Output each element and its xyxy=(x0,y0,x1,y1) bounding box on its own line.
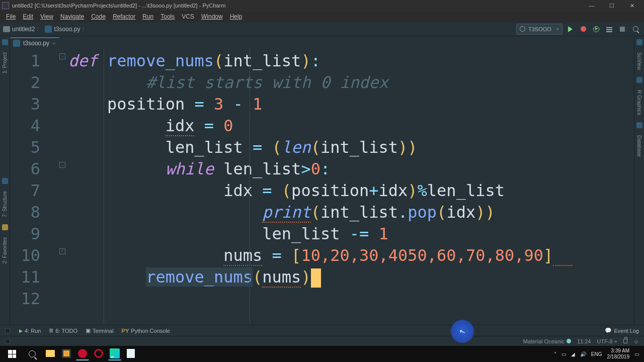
favorites-tool-icon[interactable] xyxy=(2,224,8,230)
input-language[interactable]: ENG xyxy=(591,351,602,357)
event-log-button[interactable]: 💬Event Log xyxy=(605,327,639,334)
breadcrumb-file[interactable]: t3sooo.py 〉 xyxy=(45,26,87,33)
run-coverage-button[interactable] xyxy=(591,24,602,35)
maximize-button[interactable]: ☐ xyxy=(602,0,622,11)
status-inspections-icon[interactable]: ☺ xyxy=(633,338,639,344)
lock-icon[interactable] xyxy=(623,339,627,343)
line-number[interactable]: 5 xyxy=(10,137,57,158)
chevron-right-icon: 〉 xyxy=(82,26,87,33)
stop-button[interactable] xyxy=(617,24,628,35)
taskbar-search[interactable] xyxy=(22,346,42,362)
code-line: print(int_list.pop(idx)) xyxy=(68,202,634,223)
profile-button[interactable] xyxy=(604,24,615,35)
close-tab-icon[interactable]: × xyxy=(52,40,55,46)
menu-view[interactable]: View xyxy=(37,12,56,21)
wifi-icon[interactable]: ◢ xyxy=(571,351,575,357)
menu-bar: File Edit View Navigate Code Refactor Ru… xyxy=(0,11,644,22)
line-number[interactable]: 1 xyxy=(10,50,57,72)
fold-end-icon[interactable]: ┘ xyxy=(59,248,65,254)
menu-run[interactable]: Run xyxy=(139,12,156,21)
menu-vcs[interactable]: VCS xyxy=(179,12,197,21)
notifications-icon[interactable]: ▭ xyxy=(634,351,639,357)
run-button[interactable] xyxy=(565,24,576,35)
editor[interactable]: 1 2 3 4 5 6 7 8 9 10 11 12 − − ┘ def rem… xyxy=(10,48,634,324)
fold-toggle-icon[interactable]: − xyxy=(59,53,65,59)
search-everywhere-button[interactable] xyxy=(630,24,641,35)
line-number[interactable]: 4 xyxy=(10,115,57,137)
menu-refactor[interactable]: Refactor xyxy=(110,12,138,21)
status-theme[interactable]: Material Oceanic xyxy=(523,338,571,344)
rgraphics-tool-button[interactable]: R Graphics xyxy=(636,90,642,115)
windows-taskbar: ˄ ▭ ◢ 🔊 ENG 3:39 AM 2/18/2019 ▭ xyxy=(0,346,644,362)
menu-file[interactable]: File xyxy=(3,12,19,21)
system-tray[interactable]: ˄ ▭ ◢ 🔊 ENG 3:39 AM 2/18/2019 ▭ xyxy=(554,348,642,360)
debug-button[interactable] xyxy=(578,24,589,35)
line-number[interactable]: 2 xyxy=(10,72,57,94)
play-icon xyxy=(568,26,573,32)
title-bar: untitled2 [C:\Users\t3so\PycharmProjects… xyxy=(0,0,644,11)
todo-toolwindow-button[interactable]: ≣6: TODO xyxy=(49,327,77,334)
opera-icon xyxy=(94,349,103,358)
line-number-gutter[interactable]: 1 2 3 4 5 6 7 8 9 10 11 12 xyxy=(10,48,57,324)
taskbar-notepad[interactable] xyxy=(124,347,137,360)
sciview-tool-icon[interactable] xyxy=(636,39,642,45)
status-bar: Material Oceanic 11:24 UTF-8 ÷ ☺ xyxy=(0,336,644,346)
menu-edit[interactable]: Edit xyxy=(20,12,36,21)
status-encoding[interactable]: UTF-8 ÷ xyxy=(597,338,617,344)
breadcrumb-project[interactable]: untitled2 〉 xyxy=(3,26,42,33)
line-number[interactable]: 8 xyxy=(10,202,57,223)
taskbar-sublime[interactable] xyxy=(60,347,73,360)
tray-clock[interactable]: 3:39 AM 2/18/2019 xyxy=(607,348,630,360)
tool-windows-icon[interactable] xyxy=(5,328,10,333)
chevron-right-icon: 〉 xyxy=(37,26,42,33)
code-line: #list starts with 0 index xyxy=(68,72,634,94)
database-tool-button[interactable]: Database xyxy=(636,135,642,157)
structure-tool-button[interactable]: 7: Structure xyxy=(2,191,8,217)
search-icon xyxy=(29,350,36,357)
status-caret-position[interactable]: 11:24 xyxy=(577,338,591,344)
fold-toggle-icon[interactable]: − xyxy=(59,162,65,168)
taskbar-opera[interactable] xyxy=(92,347,105,360)
taskbar-opera-record[interactable] xyxy=(76,347,89,360)
run-toolwindow-button[interactable]: ▶4: Run xyxy=(19,328,41,334)
sciview-tool-button[interactable]: SciView xyxy=(636,52,642,70)
minimize-button[interactable]: — xyxy=(582,0,602,11)
taskbar-pycharm[interactable] xyxy=(108,347,121,360)
sublime-icon xyxy=(62,349,71,358)
terminal-toolwindow-button[interactable]: ▣Terminal xyxy=(86,327,114,334)
line-number[interactable]: 7 xyxy=(10,180,57,202)
right-tool-stripe: SciView R Graphics Database xyxy=(634,36,644,332)
database-tool-icon[interactable] xyxy=(636,122,642,128)
menu-navigate[interactable]: Navigate xyxy=(57,12,87,21)
volume-icon[interactable]: 🔊 xyxy=(580,351,586,357)
rgraphics-tool-icon[interactable] xyxy=(636,77,642,83)
code-area[interactable]: def remove_nums(int_list): #list starts … xyxy=(68,48,634,324)
fold-gutter[interactable]: − − ┘ xyxy=(57,48,68,324)
line-number[interactable]: 6 xyxy=(10,158,57,180)
project-tool-button[interactable]: 1: Project xyxy=(2,52,8,73)
menu-window[interactable]: Window xyxy=(198,12,226,21)
theme-dot-icon xyxy=(567,339,571,343)
battery-icon[interactable]: ▭ xyxy=(561,351,566,357)
start-button[interactable] xyxy=(2,346,22,362)
project-tool-icon[interactable] xyxy=(2,39,8,45)
line-number[interactable]: 11 xyxy=(10,266,57,288)
line-number[interactable]: 10 xyxy=(10,245,57,266)
cursor-highlight: ↖ xyxy=(451,320,474,343)
favorites-tool-button[interactable]: 2: Favorites xyxy=(2,237,8,263)
tab-file[interactable]: t3sooo.py × xyxy=(9,37,59,48)
close-button[interactable]: ✕ xyxy=(622,0,642,11)
line-number[interactable]: 12 xyxy=(10,288,57,310)
structure-tool-icon[interactable] xyxy=(2,178,8,184)
code-line: idx = (position+idx)%len_list xyxy=(68,180,634,202)
menu-help[interactable]: Help xyxy=(227,12,246,21)
hide-toolwindows-icon[interactable] xyxy=(5,339,10,344)
line-number[interactable]: 3 xyxy=(10,94,57,115)
python-console-button[interactable]: PYPython Console xyxy=(122,328,170,334)
tray-overflow-icon[interactable]: ˄ xyxy=(554,351,556,357)
menu-tools[interactable]: Tools xyxy=(157,12,178,21)
run-config-selector[interactable]: T3SOOO ▾ xyxy=(516,24,562,35)
taskbar-explorer[interactable] xyxy=(44,347,57,360)
menu-code[interactable]: Code xyxy=(88,12,109,21)
line-number[interactable]: 9 xyxy=(10,223,57,245)
